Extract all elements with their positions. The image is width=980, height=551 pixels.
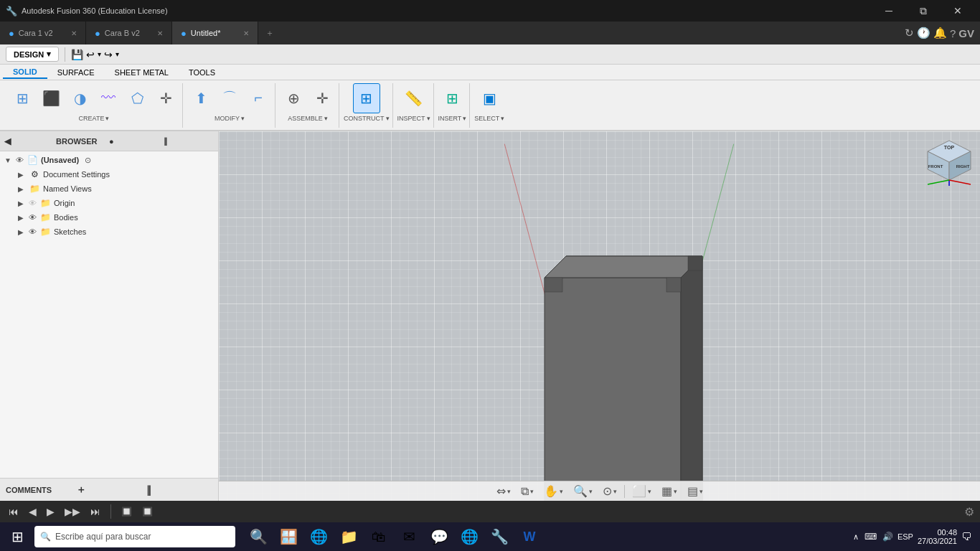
timeline-settings-button[interactable]: ⚙ xyxy=(964,505,974,519)
taskbar-teams[interactable]: 💬 xyxy=(425,522,453,551)
tree-item-docsettings[interactable]: ▶ ⚙ Document Settings xyxy=(0,167,218,182)
tree-eye-root[interactable]: 👁 xyxy=(16,156,24,164)
tab-solid[interactable]: SOLID xyxy=(3,66,47,79)
taskbar-search-app[interactable]: 🔍 xyxy=(244,522,273,551)
tab-close-button[interactable]: ✕ xyxy=(243,29,249,37)
browser-pin-icon[interactable]: ● xyxy=(108,136,159,147)
redo-icon[interactable]: ↪ xyxy=(104,49,113,60)
tool-joint[interactable]: ⊕ xyxy=(280,83,307,113)
start-button[interactable]: ⊞ xyxy=(3,522,32,551)
tab-cara1v2[interactable]: ● Cara 1 v2 ✕ xyxy=(0,22,86,44)
systray-notification-icon[interactable]: 🗨 xyxy=(961,531,971,542)
taskbar-mail[interactable]: ✉ xyxy=(395,522,423,551)
systray-volume-icon[interactable]: 🔊 xyxy=(882,532,893,542)
systray-clock[interactable]: 00:48 27/03/2021 xyxy=(918,528,957,545)
timeline-prev-button[interactable]: ◀ xyxy=(26,504,39,519)
tree-item-root[interactable]: ▼ 👁 📄 (Unsaved) ⊙ xyxy=(0,153,218,167)
comments-collapse-icon[interactable]: ‖ xyxy=(146,484,212,496)
tab-tools[interactable]: TOOLS xyxy=(179,67,225,78)
tool-sweep[interactable]: 〰 xyxy=(95,83,122,113)
tab-close-button[interactable]: ✕ xyxy=(157,29,163,37)
timeline-tool1[interactable]: 🔲 xyxy=(118,505,135,518)
clock-icon[interactable]: 🕐 xyxy=(917,27,930,39)
taskbar-explorer[interactable]: 📁 xyxy=(334,522,363,551)
timeline-tool2[interactable]: 🔲 xyxy=(139,505,156,518)
titlebar-controls[interactable]: ─ ⧉ ✕ xyxy=(872,0,974,22)
restore-button[interactable]: ⧉ xyxy=(907,0,940,22)
tree-item-namedviews[interactable]: ▶ 📁 Named Views xyxy=(0,182,218,196)
taskbar-search[interactable]: 🔍 Escribe aquí para buscar xyxy=(34,526,235,547)
timeline-start-button[interactable]: ⏮ xyxy=(6,504,22,519)
timeline-play-button[interactable]: ▶ xyxy=(44,504,57,519)
user-avatar[interactable]: GV xyxy=(958,27,974,39)
insert-label[interactable]: INSERT ▾ xyxy=(438,115,467,122)
minimize-button[interactable]: ─ xyxy=(872,0,905,22)
display-mode-button[interactable]: ⬜ ▾ xyxy=(629,483,654,499)
taskbar-store[interactable]: 🛍 xyxy=(364,522,393,551)
grid-button[interactable]: ▦ ▾ xyxy=(659,483,680,499)
view-home-button[interactable]: ⇔ ▾ xyxy=(494,483,514,499)
tool-new-component[interactable]: ⊞ xyxy=(9,83,36,113)
undo-icon[interactable]: ↩ xyxy=(86,49,95,60)
tool-measure[interactable]: 📏 xyxy=(400,83,428,113)
taskbar-chrome[interactable]: 🌐 xyxy=(455,522,484,551)
tool-construct-main[interactable]: ⊞ xyxy=(353,83,380,113)
tree-eye-bodies[interactable]: 👁 xyxy=(29,213,37,222)
tool-chamfer[interactable]: ⌐ xyxy=(245,83,272,113)
tool-move[interactable]: ✛ xyxy=(152,83,179,113)
notification-icon[interactable]: 🔔 xyxy=(933,27,947,39)
construct-label[interactable]: CONSTRUCT ▾ xyxy=(344,115,390,122)
tree-eye-sketches[interactable]: 👁 xyxy=(29,227,37,236)
assemble-label[interactable]: ASSEMBLE ▾ xyxy=(288,115,328,122)
tab-close-button[interactable]: ✕ xyxy=(71,29,77,37)
tool-move-copy[interactable]: ✛ xyxy=(308,83,336,113)
select-label[interactable]: SELECT ▾ xyxy=(474,115,504,122)
viewport[interactable]: TOP FRONT RIGHT ⇔ ▾ xyxy=(219,131,980,501)
timeline-next-button[interactable]: ▶▶ xyxy=(62,504,83,519)
systray-up-icon[interactable]: ∧ xyxy=(853,532,859,542)
comments-add-icon[interactable]: ＋ xyxy=(76,484,142,496)
tool-insert[interactable]: ⊞ xyxy=(438,83,466,113)
tab-carabv2[interactable]: ● Cara B v2 ✕ xyxy=(86,22,172,44)
tree-eye-origin[interactable]: 👁 xyxy=(29,199,37,207)
tree-item-origin[interactable]: ▶ 👁 📁 Origin xyxy=(0,196,218,210)
view-orbit-button[interactable]: ⧉ ▾ xyxy=(518,484,537,499)
taskbar-word[interactable]: W xyxy=(515,522,544,551)
help-icon[interactable]: ? xyxy=(950,27,956,39)
tool-extrude[interactable]: ⬛ xyxy=(37,83,65,113)
timeline-end-button[interactable]: ⏭ xyxy=(88,504,103,519)
inspect-label[interactable]: INSPECT ▾ xyxy=(397,115,430,122)
tree-action-root[interactable]: ⊙ xyxy=(85,156,91,165)
navcube[interactable]: TOP FRONT RIGHT xyxy=(924,137,974,187)
tool-fillet[interactable]: ⌒ xyxy=(216,83,243,113)
tool-select[interactable]: ▣ xyxy=(476,83,503,113)
taskbar-multitasking[interactable]: 🪟 xyxy=(274,522,303,551)
tab-untitled[interactable]: ● Untitled* ✕ xyxy=(172,22,258,44)
tool-revolve[interactable]: ◑ xyxy=(66,83,93,113)
view-zoom-fit-button[interactable]: ⊙ ▾ xyxy=(600,483,620,499)
taskbar-fusion[interactable]: 🔧 xyxy=(485,522,514,551)
tool-loft[interactable]: ⬠ xyxy=(123,83,151,113)
view-cube-button[interactable]: ▤ ▾ xyxy=(684,483,706,499)
tool-press-pull[interactable]: ⬆ xyxy=(187,83,215,113)
refresh-icon[interactable]: ↻ xyxy=(905,27,914,39)
redo-dropdown-icon[interactable]: ▾ xyxy=(116,50,119,58)
tree-item-bodies[interactable]: ▶ 👁 📁 Bodies xyxy=(0,210,218,225)
browser-collapse-icon[interactable]: ‖ xyxy=(162,135,214,147)
create-label[interactable]: CREATE ▾ xyxy=(79,115,110,122)
new-tab-button[interactable]: ＋ xyxy=(258,22,281,44)
systray-keyboard-icon[interactable]: ⌨ xyxy=(864,532,877,542)
tab-surface[interactable]: SURFACE xyxy=(47,67,105,78)
close-button[interactable]: ✕ xyxy=(941,0,974,22)
view-zoom-in-button[interactable]: 🔍 ▾ xyxy=(570,483,595,499)
taskbar-edge[interactable]: 🌐 xyxy=(304,522,333,551)
tree-item-sketches[interactable]: ▶ 👁 📁 Sketches xyxy=(0,225,218,239)
systray-language[interactable]: ESP xyxy=(897,532,913,541)
design-menu-button[interactable]: DESIGN ▾ xyxy=(6,47,59,62)
view-pan-button[interactable]: ✋ ▾ xyxy=(541,483,566,499)
tab-sheet-metal[interactable]: SHEET METAL xyxy=(105,67,179,78)
save-icon[interactable]: 💾 xyxy=(71,49,83,60)
back-icon[interactable]: ◀ xyxy=(4,136,53,146)
modify-label[interactable]: MODIFY ▾ xyxy=(215,115,245,122)
undo-dropdown-icon[interactable]: ▾ xyxy=(98,50,101,58)
